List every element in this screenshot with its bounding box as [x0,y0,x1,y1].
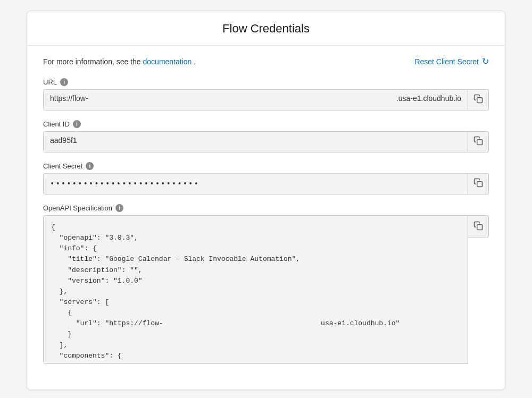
url-suffix: .usa-e1.cloudhub.io [390,90,468,110]
client-id-label: Client ID i [43,120,489,128]
openapi-label-text: OpenAPI Specification [43,204,112,212]
url-info-icon[interactable]: i [60,78,68,86]
client-id-label-text: Client ID [43,120,70,128]
client-secret-copy-button[interactable] [468,173,489,194]
openapi-copy-button[interactable] [468,215,489,238]
svg-rect-3 [477,225,483,230]
svg-rect-0 [477,98,483,103]
reset-client-secret-label: Reset Client Secret [414,57,479,66]
url-prefix: https://flow- [44,90,95,110]
client-id-field-row: aad95f1 [43,131,489,153]
client-id-copy-icon [473,136,483,148]
client-secret-label: Client Secret i [43,162,489,170]
card-header: Flow Credentials [27,11,505,46]
info-text-suffix: . [194,57,196,66]
reset-icon: ↻ [482,56,489,66]
svg-rect-2 [477,182,483,187]
client-id-field-group: Client ID i aad95f1 [43,120,489,153]
url-copy-icon [473,94,483,106]
client-id-value: aad95f1 [44,132,84,152]
url-input-wrapper: https://flow- .usa-e1.cloudhub.io [43,89,468,111]
card-body: For more information, see the documentat… [27,46,505,364]
openapi-wrapper [43,215,489,364]
client-id-filler [84,132,468,152]
client-id-copy-button[interactable] [468,131,489,153]
info-text: For more information, see the documentat… [43,57,196,66]
reset-client-secret-button[interactable]: Reset Client Secret ↻ [414,56,489,66]
client-id-wrapper: aad95f1 [43,131,468,153]
client-id-info-icon[interactable]: i [73,120,81,128]
documentation-link[interactable]: documentation [143,57,192,66]
url-copy-button[interactable] [468,89,489,111]
openapi-textarea[interactable] [43,215,468,364]
client-secret-copy-icon [473,178,483,190]
client-secret-info-icon[interactable]: i [86,162,94,170]
flow-credentials-card: Flow Credentials For more information, s… [27,11,505,390]
svg-rect-1 [477,140,483,145]
url-label-text: URL [43,78,57,86]
info-bar: For more information, see the documentat… [43,56,489,66]
page-title: Flow Credentials [43,22,489,36]
openapi-copy-icon [473,221,483,233]
url-label: URL i [43,78,489,86]
client-secret-label-text: Client Secret [43,162,82,170]
openapi-label: OpenAPI Specification i [43,204,489,212]
url-middle [95,90,390,110]
url-field-group: URL i https://flow- .usa-e1.cloudhub.io [43,78,489,111]
client-secret-field-row [43,173,489,194]
openapi-info-icon[interactable]: i [115,204,123,212]
openapi-field-group: OpenAPI Specification i [43,204,489,364]
client-secret-input[interactable] [43,173,468,194]
info-text-prefix: For more information, see the [43,57,143,66]
url-field-row: https://flow- .usa-e1.cloudhub.io [43,89,489,111]
client-secret-field-group: Client Secret i [43,162,489,194]
